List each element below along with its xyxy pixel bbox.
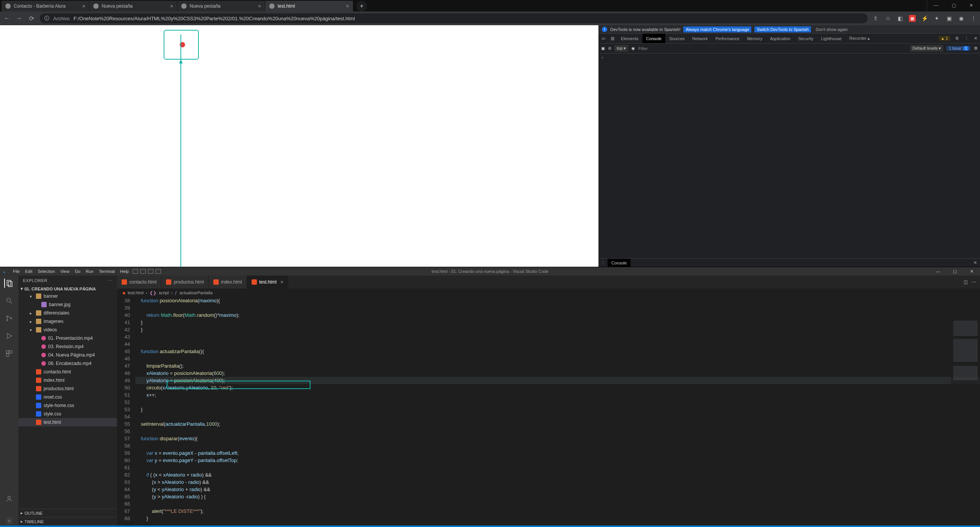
explorer-icon[interactable] xyxy=(4,279,13,288)
context-selector[interactable]: top ▾ xyxy=(614,45,628,52)
drawer-close-icon[interactable]: ✕ xyxy=(970,260,980,265)
extensions-icon[interactable] xyxy=(5,349,14,358)
devtools-tab[interactable]: Application xyxy=(766,34,795,43)
tab-close-icon[interactable]: × xyxy=(170,3,173,9)
devtools-close-icon[interactable]: ✕ xyxy=(971,36,980,41)
more-icon[interactable]: ⋯ xyxy=(972,279,976,285)
puzzle-icon[interactable]: ✦ xyxy=(933,15,940,22)
layout-right-icon[interactable] xyxy=(148,269,153,274)
forward-button[interactable]: → xyxy=(15,15,23,22)
tree-file[interactable]: 01. Presentación.mp4 xyxy=(18,334,117,342)
settings-gear-icon[interactable]: ⚙ xyxy=(974,46,978,51)
tree-file[interactable]: productos.html xyxy=(18,384,117,393)
tree-file[interactable]: contacto.html xyxy=(18,368,117,376)
sidebar-section-collapsed[interactable]: ▸TIMELINE xyxy=(18,517,117,525)
device-toggle-icon[interactable]: ▥ xyxy=(608,36,617,41)
log-levels-selector[interactable]: Default levels ▾ xyxy=(910,45,943,52)
tree-folder[interactable]: ▾banner xyxy=(18,292,117,300)
maximize-button[interactable]: ▢ xyxy=(945,0,962,11)
menu-item[interactable]: Go xyxy=(75,269,81,274)
lightning-icon[interactable]: ⚡ xyxy=(921,15,928,22)
tab-close-icon[interactable]: × xyxy=(82,3,85,9)
profile-avatar[interactable]: ◉ xyxy=(958,15,965,22)
menu-item[interactable]: Run xyxy=(86,269,93,274)
sidebar-more-icon[interactable]: ⋯ xyxy=(108,278,113,283)
share-icon[interactable]: ⇪ xyxy=(872,15,879,22)
devtools-tab[interactable]: Network xyxy=(689,34,712,43)
devtools-tab[interactable]: Console xyxy=(642,34,665,43)
chrome-tab[interactable]: Contacto - Barbería Alura× xyxy=(2,1,89,11)
sidebar-project-section[interactable]: ▾ 01. CREANDO UNA NUEVA PÁGINA xyxy=(18,285,117,292)
editor-tab[interactable]: productos.html xyxy=(161,276,209,289)
close-window-button[interactable]: ✕ xyxy=(962,0,980,11)
extension-icon[interactable]: ◧ xyxy=(897,15,904,22)
banner-match-button[interactable]: Always match Chrome's language xyxy=(683,26,751,32)
tree-file[interactable]: banner.jpg xyxy=(18,300,117,309)
devtools-tab[interactable]: Sources xyxy=(665,34,688,43)
tab-close-icon[interactable]: × xyxy=(346,3,349,9)
devtools-tab[interactable]: Security xyxy=(794,34,817,43)
devtools-tab[interactable]: Performance xyxy=(712,34,743,43)
address-bar[interactable]: ⓘ Archivo F:/OneNote%20Resources/Alura/H… xyxy=(40,13,868,23)
menu-item[interactable]: Terminal xyxy=(99,269,115,274)
tree-file[interactable]: 06. Encabezado.mp4 xyxy=(18,359,117,368)
chrome-tab[interactable]: Nueva pestaña× xyxy=(89,1,177,11)
accounts-icon[interactable] xyxy=(5,494,14,503)
tree-folder[interactable]: ▸diferenciales xyxy=(18,309,117,317)
devtools-tab[interactable]: Lighthouse xyxy=(817,34,845,43)
back-button[interactable]: ← xyxy=(3,15,11,22)
vscode-close-button[interactable]: ✕ xyxy=(963,269,980,274)
tree-file[interactable]: 03. Revisión.mp4 xyxy=(18,342,117,351)
menu-item[interactable]: Edit xyxy=(25,269,33,274)
tree-file[interactable]: style.css xyxy=(18,410,117,418)
tree-folder[interactable]: ▾videos xyxy=(18,326,117,334)
vscode-status-bar[interactable] xyxy=(0,525,980,527)
menu-item[interactable]: File xyxy=(13,269,20,274)
eye-icon[interactable]: ◉ xyxy=(631,46,635,51)
console-filter-input[interactable]: Filter xyxy=(638,46,907,51)
code-lines[interactable]: function posicionAleatoria(maximo){ retu… xyxy=(135,297,980,525)
kebab-menu-icon[interactable]: ⋮ xyxy=(970,15,977,22)
menu-item[interactable]: View xyxy=(60,269,70,274)
inspect-icon[interactable]: ▭ xyxy=(599,36,608,41)
banner-switch-button[interactable]: Switch DevTools to Spanish xyxy=(754,26,811,32)
tree-folder[interactable]: ▸imagenes xyxy=(18,317,117,326)
tree-file[interactable]: reset.css xyxy=(18,393,117,401)
devtools-tab[interactable]: Recorder ▴ xyxy=(845,34,874,43)
new-tab-button[interactable]: + xyxy=(356,1,367,11)
devtools-more-icon[interactable]: ⋮ xyxy=(962,36,971,41)
editor-tab[interactable]: test.html× xyxy=(247,276,289,289)
menu-item[interactable]: Selection xyxy=(38,269,55,274)
devtools-tab[interactable]: Memory xyxy=(743,34,766,43)
tree-file[interactable]: 04. Nueva Página.mp4 xyxy=(18,351,117,359)
source-control-icon[interactable] xyxy=(5,314,14,323)
vscode-minimize-button[interactable]: — xyxy=(930,269,946,274)
search-icon[interactable] xyxy=(5,296,14,305)
run-debug-icon[interactable] xyxy=(5,331,14,341)
minimap[interactable] xyxy=(951,318,980,525)
sidebar-section-collapsed[interactable]: ▸OUTLINE xyxy=(18,509,117,517)
breadcrumb-item[interactable]: test.html xyxy=(128,290,144,295)
tree-file[interactable]: index.html xyxy=(18,376,117,384)
close-icon[interactable]: × xyxy=(280,279,283,285)
devtools-console-body[interactable]: › xyxy=(599,54,980,258)
code-editor[interactable]: 3839404142434445464748495051525354555657… xyxy=(117,297,980,525)
tree-file[interactable]: test.html xyxy=(18,418,117,426)
minimize-button[interactable]: — xyxy=(927,0,945,11)
devtools-settings-icon[interactable]: ⚙ xyxy=(952,36,962,41)
clear-console-icon[interactable]: ▣ xyxy=(601,46,605,51)
page-viewport[interactable] xyxy=(0,25,598,267)
layout-full-icon[interactable] xyxy=(156,269,161,274)
stop-icon[interactable]: ⊘ xyxy=(608,46,611,51)
drawer-menu-icon[interactable]: ⋮ xyxy=(599,260,608,265)
menu-item[interactable]: Help xyxy=(120,269,129,274)
vscode-maximize-button[interactable]: ▢ xyxy=(946,269,963,274)
reload-button[interactable]: ⟳ xyxy=(28,15,35,22)
devtools-tab[interactable]: Elements xyxy=(617,34,642,43)
tab-close-icon[interactable]: × xyxy=(258,3,261,9)
extension-red-icon[interactable]: ▦ xyxy=(909,15,916,22)
tree-file[interactable]: style-home.css xyxy=(18,401,117,410)
breadcrumb-item[interactable]: actualizarPantalla xyxy=(179,290,213,295)
editor-tab[interactable]: index.html xyxy=(209,276,247,289)
drawer-console-tab[interactable]: Console xyxy=(608,259,631,267)
